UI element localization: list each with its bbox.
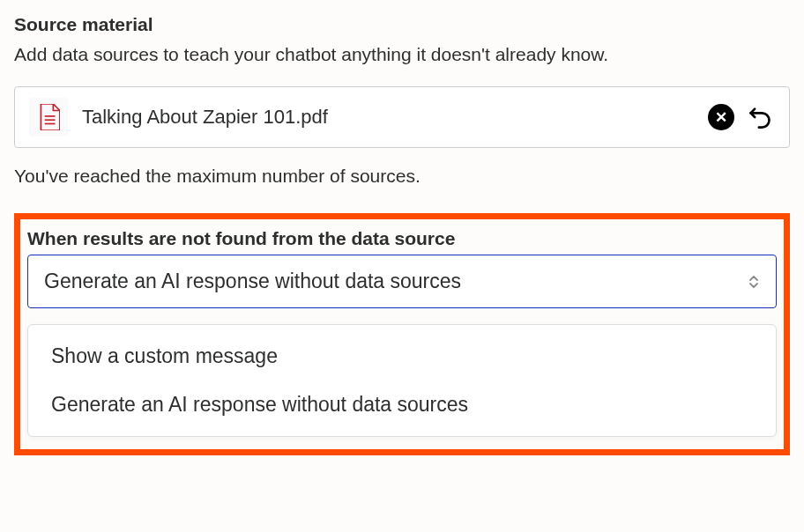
fallback-option[interactable]: Generate an AI response without data sou… <box>28 381 776 429</box>
remove-source-button[interactable]: ✕ <box>706 102 736 132</box>
fallback-select[interactable]: Generate an AI response without data sou… <box>27 255 777 308</box>
fallback-label: When results are not found from the data… <box>27 228 777 249</box>
undo-icon <box>748 105 772 129</box>
pdf-file-icon <box>29 98 68 137</box>
fallback-section-highlight: When results are not found from the data… <box>14 213 790 455</box>
chevron-updown-icon <box>748 274 760 290</box>
fallback-dropdown: Show a custom message Generate an AI res… <box>27 324 777 437</box>
undo-button[interactable] <box>745 102 775 132</box>
source-filename: Talking About Zapier 101.pdf <box>82 106 697 129</box>
close-icon: ✕ <box>708 104 734 130</box>
section-title: Source material <box>14 14 790 35</box>
max-sources-notice: You've reached the maximum number of sou… <box>14 166 790 187</box>
section-subtitle: Add data sources to teach your chatbot a… <box>14 44 790 65</box>
fallback-option[interactable]: Show a custom message <box>28 332 776 381</box>
fallback-select-value: Generate an AI response without data sou… <box>44 270 461 293</box>
source-file-row: Talking About Zapier 101.pdf ✕ <box>14 86 790 148</box>
